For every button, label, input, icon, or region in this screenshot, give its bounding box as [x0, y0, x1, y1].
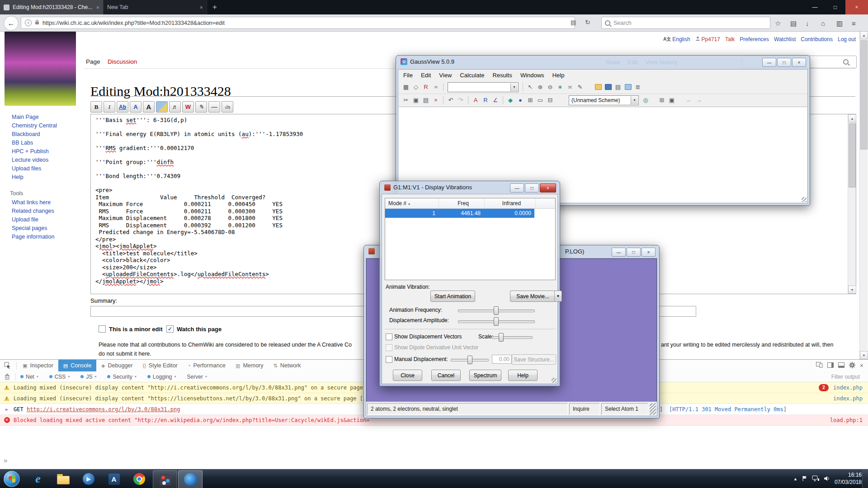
- select-tool-icon[interactable]: ↖: [526, 83, 535, 92]
- console-filter-security[interactable]: Security▾: [107, 374, 136, 380]
- math-button[interactable]: √n: [222, 101, 233, 113]
- list-icon[interactable]: ≣: [633, 83, 642, 92]
- show-dipole-checkbox[interactable]: [386, 344, 392, 351]
- console-filter-server[interactable]: Server▾: [187, 374, 207, 380]
- reader-mode-icon[interactable]: ▤: [571, 19, 576, 26]
- scroll-up-icon[interactable]: ▲: [848, 114, 856, 122]
- custom-fragment-icon[interactable]: ≈: [431, 83, 440, 92]
- angle-tool-icon[interactable]: ∠: [491, 96, 500, 105]
- dock-bottom-icon[interactable]: [838, 362, 844, 369]
- refresh-icon[interactable]: ↻: [585, 19, 590, 26]
- personal-link-talk[interactable]: Talk: [725, 36, 735, 42]
- start-animation-button[interactable]: Start Animation: [430, 291, 475, 302]
- rotate-tool-icon[interactable]: R: [481, 96, 490, 105]
- settings-gear-icon[interactable]: [849, 362, 855, 370]
- scroll-up-icon[interactable]: ▲: [860, 31, 868, 39]
- undo-icon[interactable]: ↶: [446, 96, 455, 105]
- dock-side-icon[interactable]: [827, 362, 834, 369]
- nowiki-button[interactable]: W: [182, 101, 194, 113]
- manual-displacement-thumb[interactable]: [467, 356, 472, 364]
- start-button[interactable]: [4, 471, 20, 487]
- zoom-out-icon[interactable]: ⊖: [546, 83, 555, 92]
- personal-link-watchlist[interactable]: Watchlist: [774, 36, 796, 42]
- mode-row-selected[interactable]: 1 4461.48 0.0000: [385, 209, 555, 218]
- filter-output-input[interactable]: Filter output: [831, 374, 860, 380]
- volume-icon[interactable]: [824, 476, 830, 483]
- layers-icon[interactable]: ⊟: [546, 96, 555, 105]
- print-icon[interactable]: ▤: [613, 83, 623, 92]
- sidebar-tool-what-links-here[interactable]: What links here: [12, 199, 55, 206]
- personal-link-log-out[interactable]: Log out: [838, 36, 856, 42]
- back-button[interactable]: ←: [4, 16, 19, 31]
- expand-icon[interactable]: ▶: [0, 407, 14, 412]
- frame-icon[interactable]: ▭: [536, 96, 545, 105]
- taskbar-explorer-button[interactable]: [52, 470, 75, 488]
- help-button[interactable]: Help: [508, 370, 538, 381]
- horizontal-line-button[interactable]: —: [208, 101, 220, 113]
- watch-page-checkbox[interactable]: ✓: [166, 325, 174, 333]
- close-button[interactable]: ×: [642, 248, 656, 257]
- sidebar-item-main-page[interactable]: Main Page: [12, 114, 57, 120]
- element-fragment-icon[interactable]: ▦: [401, 83, 410, 92]
- paste-icon[interactable]: ▤: [421, 96, 430, 105]
- tab-close-icon[interactable]: ×: [199, 4, 203, 11]
- maximize-button[interactable]: □: [777, 58, 791, 67]
- menu-icon[interactable]: ≡: [852, 19, 856, 27]
- column-header-freq[interactable]: Freq: [439, 198, 485, 208]
- devtools-tab-console[interactable]: ▤Console: [58, 360, 96, 371]
- console-filter-net[interactable]: Net▾: [20, 374, 38, 380]
- editor-scrollbar[interactable]: ▲ ▼: [848, 114, 856, 294]
- taskbar-media-player-button[interactable]: ▶: [77, 470, 100, 488]
- console-filter-logging[interactable]: Logging▾: [147, 374, 176, 380]
- devtools-tab-debugger[interactable]: ◈Debugger: [96, 360, 137, 371]
- devtools-tab-memory[interactable]: ▥Memory: [231, 360, 269, 371]
- sidebar-item-blackboard[interactable]: Blackboard: [12, 131, 57, 137]
- minimize-button[interactable]: —: [510, 183, 524, 192]
- bond-tool-icon[interactable]: ◆: [506, 96, 515, 105]
- globe-icon[interactable]: ◎: [641, 96, 650, 105]
- sidebar-item-upload-files[interactable]: Upload files: [12, 165, 57, 172]
- window-close-button[interactable]: ×: [845, 0, 868, 14]
- taskbar-app-button[interactable]: A: [102, 470, 126, 488]
- ring-fragment-icon[interactable]: ◇: [411, 83, 420, 92]
- resize-grip[interactable]: [552, 378, 557, 383]
- menu-edit[interactable]: Edit: [417, 72, 435, 79]
- sidebar-tool-upload-file[interactable]: Upload file: [12, 216, 55, 223]
- sidebar-tool-special-pages[interactable]: Special pages: [12, 225, 55, 231]
- next-icon[interactable]: →: [694, 96, 703, 105]
- tab-page[interactable]: Page: [86, 58, 100, 65]
- page-scrollbar[interactable]: ▲ ▼: [859, 31, 868, 359]
- close-dialog-button[interactable]: Close: [393, 370, 422, 381]
- internal-link-button[interactable]: Ab: [117, 101, 128, 113]
- headline-button[interactable]: A: [143, 101, 155, 113]
- embedded-image-button[interactable]: [156, 101, 168, 113]
- vibrations-titlebar[interactable]: G1:M1:V1 - Display Vibrations: [384, 184, 472, 191]
- scrollbar-thumb[interactable]: [860, 40, 868, 150]
- tab-close-icon[interactable]: ×: [96, 4, 99, 11]
- signature-button[interactable]: ✎: [195, 101, 207, 113]
- personal-link-preferences[interactable]: Preferences: [740, 36, 769, 42]
- lock-icon[interactable]: [35, 19, 39, 26]
- devtools-tab-style-editor[interactable]: {}Style Editor: [137, 360, 182, 371]
- bold-button[interactable]: B: [90, 101, 102, 113]
- network-icon[interactable]: [812, 475, 819, 483]
- rebond-icon[interactable]: ≍: [566, 83, 575, 92]
- search-input[interactable]: Search: [601, 17, 770, 29]
- media-file-button[interactable]: ♬: [169, 101, 181, 113]
- redo-icon[interactable]: ↷: [456, 96, 465, 105]
- clean-structure-icon[interactable]: ∗: [556, 83, 565, 92]
- close-button[interactable]: ×: [540, 183, 556, 192]
- close-button[interactable]: ×: [792, 58, 806, 67]
- cascade-windows-icon[interactable]: ▣: [667, 96, 676, 105]
- tile-windows-icon[interactable]: ⊞: [657, 96, 666, 105]
- sidebar-item-chemistry-central[interactable]: Chemistry Central: [12, 122, 57, 129]
- menu-view[interactable]: View: [435, 72, 456, 79]
- sidebar-item-hpc-publish[interactable]: HPC + Publish: [12, 148, 57, 155]
- save-file-icon[interactable]: [604, 83, 613, 92]
- taskbar-ie-button[interactable]: e: [26, 470, 50, 488]
- source-file-link[interactable]: load.php:1: [830, 417, 863, 423]
- taskbar-gaussview-button[interactable]: [153, 470, 177, 488]
- copy-icon[interactable]: ▣: [411, 96, 420, 105]
- sidebar-toggle-icon[interactable]: ▥: [836, 19, 843, 28]
- label-tool-icon[interactable]: A: [471, 96, 480, 105]
